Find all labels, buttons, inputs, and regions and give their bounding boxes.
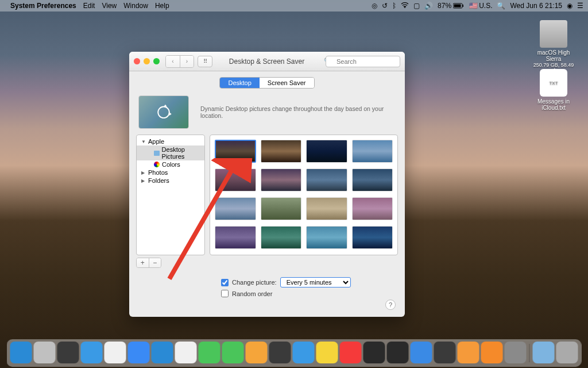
minimize-button[interactable] [144, 58, 150, 64]
bluetooth-icon[interactable]: ᛒ [392, 2, 396, 10]
dock-photos[interactable] [175, 342, 197, 363]
sidebar-desktop-pictures[interactable]: Desktop Pictures [137, 145, 204, 160]
wallpaper-thumb[interactable] [215, 226, 256, 249]
dock-appstore[interactable] [128, 342, 150, 363]
wallpaper-thumb[interactable] [352, 226, 393, 249]
show-all-button[interactable]: ⠿ [198, 56, 212, 67]
wallpaper-thumb[interactable] [306, 140, 347, 163]
dock-chrome[interactable] [105, 342, 126, 363]
dock-mail[interactable] [411, 342, 432, 363]
random-order-checkbox[interactable] [221, 290, 229, 297]
wallpaper-thumb[interactable] [306, 226, 347, 249]
siri-icon[interactable]: ◉ [567, 2, 572, 10]
wallpaper-thumb[interactable] [261, 140, 302, 163]
wallpaper-thumb[interactable] [261, 168, 302, 191]
dock-1password[interactable] [434, 342, 456, 363]
wallpaper-thumb[interactable] [261, 197, 302, 220]
menu-edit[interactable]: Edit [83, 2, 95, 10]
sidebar-colors[interactable]: Colors [137, 160, 204, 168]
wallpaper-thumb[interactable] [352, 197, 393, 220]
random-order-label: Random order [232, 290, 272, 297]
menu-help[interactable]: Help [155, 2, 169, 10]
tab-desktop[interactable]: Desktop [220, 78, 259, 88]
dock-news[interactable] [340, 342, 362, 363]
drive-icon [540, 20, 567, 48]
dock-voicememos[interactable] [387, 342, 409, 363]
svg-rect-3 [463, 5, 464, 7]
drive-name: macOS High Sierra [531, 49, 577, 62]
dock-kindle[interactable] [152, 342, 173, 363]
timemachine-icon[interactable]: ↺ [382, 2, 388, 10]
close-button[interactable] [134, 58, 140, 64]
svg-point-4 [158, 107, 169, 118]
sidebar-apple[interactable]: ▼Apple [137, 137, 204, 145]
dock-finder[interactable] [10, 342, 32, 363]
battery-percent: 87% [438, 2, 451, 10]
help-button[interactable]: ? [385, 300, 396, 310]
wallpaper-thumb[interactable] [352, 140, 393, 163]
wallpaper-thumb[interactable] [306, 168, 347, 191]
dock-vlc[interactable] [481, 342, 503, 363]
txt-icon: TXT [540, 69, 567, 97]
sidebar-folders[interactable]: ▶Folders [137, 177, 204, 185]
wallpaper-grid [210, 135, 398, 255]
nav-buttons: ‹ › [165, 55, 194, 68]
wifi-icon[interactable] [401, 2, 409, 10]
wallpaper-thumb[interactable] [215, 197, 256, 220]
sidebar-photos[interactable]: ▶Photos [137, 168, 204, 177]
add-folder-button[interactable]: + [137, 258, 149, 267]
status-icon[interactable]: ◎ [372, 2, 377, 10]
dock-trash[interactable] [556, 342, 578, 363]
search-input[interactable] [326, 56, 400, 67]
change-picture-label: Change picture: [232, 279, 277, 286]
app-menu[interactable]: System Preferences [10, 2, 76, 10]
dock [7, 339, 582, 367]
forward-button[interactable]: › [180, 56, 194, 67]
back-button[interactable]: ‹ [166, 56, 180, 67]
txt-name: Messages in iCloud.txt [531, 98, 577, 111]
input-source[interactable]: 🇺🇸U.S. [469, 2, 492, 10]
change-picture-checkbox[interactable] [221, 279, 229, 286]
change-interval-select[interactable]: Every 5 minutes [280, 277, 351, 288]
menu-window[interactable]: Window [123, 2, 148, 10]
notification-center-icon[interactable]: ☰ [577, 2, 583, 10]
tab-segmented-control: Desktop Screen Saver [219, 77, 314, 89]
menu-view[interactable]: View [102, 2, 117, 10]
dock-safari[interactable] [81, 342, 103, 363]
dock-launchpad[interactable] [34, 342, 56, 363]
dock-folder[interactable] [533, 342, 555, 363]
wallpaper-thumb[interactable] [215, 168, 256, 191]
dynamic-desktop-description: Dynamic Desktop pictures change througho… [200, 105, 396, 119]
window-titlebar[interactable]: ‹ › ⠿ Desktop & Screen Saver 🔍 [129, 52, 405, 71]
wallpaper-thumb[interactable] [306, 197, 347, 220]
desktop-drive-icon[interactable]: macOS High Sierra 250.79 GB, 58.49 GB fr… [531, 20, 577, 74]
wallpaper-thumb[interactable] [352, 168, 393, 191]
battery-status[interactable]: 87% [438, 2, 465, 10]
dock-sublime[interactable] [246, 342, 268, 363]
airplay-icon[interactable]: ▢ [413, 2, 420, 10]
svg-rect-2 [454, 5, 461, 7]
menubar: System Preferences Edit View Window Help… [0, 0, 588, 12]
tab-screensaver[interactable]: Screen Saver [260, 78, 314, 88]
menubar-clock[interactable]: Wed Jun 6 21:15 [510, 2, 562, 10]
dock-telegram[interactable] [293, 342, 315, 363]
dock-siri[interactable] [57, 342, 79, 363]
desktop-txt-file[interactable]: TXT Messages in iCloud.txt [531, 69, 577, 111]
wallpaper-thumb[interactable] [215, 140, 256, 163]
dock-messages[interactable] [199, 342, 220, 363]
source-sidebar: ▼Apple Desktop Pictures Colors ▶Photos ▶… [136, 135, 205, 255]
current-wallpaper-preview [138, 95, 189, 129]
dock-home[interactable] [458, 342, 479, 363]
wallpaper-thumb[interactable] [261, 226, 302, 249]
volume-icon[interactable]: 🔊 [424, 2, 433, 10]
folder-icon [154, 151, 160, 156]
dock-stocks[interactable] [363, 342, 385, 363]
dock-terminal[interactable] [269, 342, 291, 363]
dock-notes[interactable] [316, 342, 338, 363]
remove-folder-button[interactable]: − [149, 258, 161, 267]
spotlight-icon[interactable]: 🔍 [497, 2, 505, 10]
zoom-button[interactable] [153, 58, 160, 64]
dock-preferences[interactable] [505, 342, 527, 363]
window-title: Desktop & Screen Saver [212, 57, 321, 66]
dock-facetime[interactable] [222, 342, 244, 363]
